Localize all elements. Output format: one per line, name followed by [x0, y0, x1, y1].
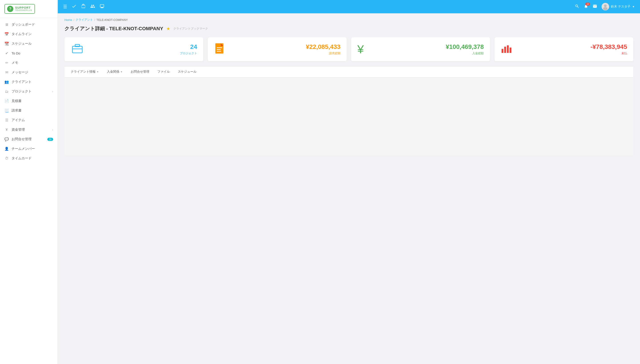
- inquiry-icon: 💬: [4, 137, 9, 141]
- stat-card-right: ¥22,085,433 請求総額: [306, 43, 340, 55]
- stat-card-invoice[interactable]: ¥22,085,433 請求総額: [208, 37, 347, 61]
- briefcase-stat-icon: [71, 45, 84, 56]
- breadcrumb: Home / クライアント / TELE-KNOT-COMPANY: [64, 18, 633, 22]
- sidebar-item-label: ダッシュボード: [12, 22, 35, 27]
- sidebar-item-memo[interactable]: ✏ メモ: [0, 58, 58, 68]
- svg-rect-3: [72, 46, 82, 53]
- tab-client-info-label: クライアント情報: [71, 70, 96, 74]
- tab-file-label: ファイル: [157, 70, 170, 74]
- stat-card-left: [214, 43, 225, 56]
- logo-support: SUPPORT: [15, 6, 32, 9]
- svg-rect-14: [507, 45, 509, 53]
- bookmark-star-icon[interactable]: ★: [166, 26, 170, 31]
- svg-rect-15: [510, 48, 511, 53]
- tab-content: [64, 78, 633, 155]
- stat-card-payment[interactable]: ¥ ¥100,469,378 入金総額: [351, 37, 490, 61]
- sidebar-item-team[interactable]: 👤 チームメンバー: [0, 144, 58, 154]
- stat-payment-value: ¥100,469,378: [446, 43, 484, 50]
- sidebar: ? SUPPORT TELEONEPLUS 🖥 ダッシュボード 📅 タイムライン…: [0, 0, 58, 364]
- sidebar-item-label: アイテム: [12, 118, 25, 122]
- sidebar-item-client[interactable]: 👥 クライアント: [0, 77, 58, 87]
- sidebar-item-label: 請求書: [12, 108, 22, 113]
- svg-point-1: [604, 4, 607, 7]
- sidebar-item-dashboard[interactable]: 🖥 ダッシュボード: [0, 20, 58, 29]
- sidebar-item-label: 見積書: [12, 99, 22, 103]
- todo-icon: ✔: [4, 51, 9, 55]
- sidebar-item-items[interactable]: ☰ アイテム: [0, 115, 58, 125]
- main-content: ☰ 44: [58, 0, 640, 364]
- svg-rect-9: [217, 47, 222, 48]
- sidebar-item-label: お問合せ管理: [12, 137, 32, 141]
- sidebar-item-finance[interactable]: ¥ 資金管理 ›: [0, 125, 58, 134]
- schedule-icon: 📆: [4, 42, 9, 46]
- tab-inquiry[interactable]: お問合せ管理: [127, 67, 153, 77]
- tab-payment[interactable]: 入金関係 ▼: [103, 67, 127, 77]
- memo-icon: ✏: [4, 61, 9, 65]
- sidebar-item-label: スケジュール: [12, 42, 32, 46]
- tab-client-info[interactable]: クライアント情報 ▼: [67, 67, 103, 77]
- user-area[interactable]: 鈴木 テスタ子 ▼: [602, 3, 635, 10]
- stat-card-right: -¥78,383,945 未払: [590, 43, 627, 55]
- tab-payment-label: 入金関係: [107, 70, 119, 74]
- tab-schedule[interactable]: スケジュール: [174, 67, 200, 77]
- avatar: [602, 3, 609, 10]
- sidebar-item-message[interactable]: ✉ メッセージ: [0, 68, 58, 77]
- logo-text: SUPPORT TELEONEPLUS: [15, 6, 32, 12]
- sidebar-item-label: クライアント: [12, 80, 32, 84]
- sidebar-nav: 🖥 ダッシュボード 📅 タイムライン 📆 スケジュール ✔ To Do ✏ メモ…: [0, 18, 58, 364]
- stat-unpaid-label: 未払: [590, 51, 627, 55]
- bookmark-label: クライアントブックマーク: [173, 27, 208, 31]
- svg-point-2: [603, 7, 608, 10]
- sidebar-item-label: To Do: [12, 51, 20, 55]
- timeline-icon: 📅: [4, 32, 9, 36]
- yen-stat-icon: ¥: [357, 43, 364, 56]
- stat-card-right: ¥100,469,378 入金総額: [446, 43, 484, 55]
- breadcrumb-client[interactable]: クライアント: [76, 18, 93, 22]
- notification-icon[interactable]: 44: [584, 4, 588, 10]
- sidebar-item-label: タイムライン: [12, 32, 32, 36]
- stats-row: 24 プロジェクト: [64, 37, 633, 61]
- menu-icon[interactable]: ☰: [63, 4, 67, 9]
- page-title-row: クライアント詳細 - TELE-KNOT-COMPANY ★ クライアントブック…: [64, 25, 633, 32]
- breadcrumb-sep2: /: [94, 18, 95, 22]
- breadcrumb-company: TELE-KNOT-COMPANY: [96, 18, 128, 22]
- stat-card-projects[interactable]: 24 プロジェクト: [64, 37, 203, 61]
- briefcase-icon[interactable]: [81, 4, 86, 10]
- sidebar-item-timecard[interactable]: ⏱ タイムカード: [0, 154, 58, 163]
- stat-projects-value: 24: [180, 43, 197, 50]
- notification-badge: 44: [585, 3, 590, 6]
- tabs-bar: クライアント情報 ▼ 入金関係 ▼ お問合せ管理 ファイル スケジュール: [64, 67, 633, 78]
- svg-rect-12: [502, 49, 503, 53]
- sidebar-item-project[interactable]: 🗂 プロジェクト ›: [0, 87, 58, 96]
- logo-box[interactable]: ? SUPPORT TELEONEPLUS: [4, 4, 35, 14]
- logo-tele: TELEONEPLUS: [15, 9, 32, 12]
- breadcrumb-sep1: /: [74, 18, 74, 22]
- breadcrumb-home[interactable]: Home: [64, 18, 72, 22]
- stat-payment-label: 入金総額: [446, 51, 484, 55]
- sidebar-item-schedule[interactable]: 📆 スケジュール: [0, 39, 58, 48]
- mail-icon[interactable]: [593, 4, 597, 10]
- sidebar-item-estimate[interactable]: 📄 見積書: [0, 96, 58, 106]
- stat-card-left: ¥: [357, 43, 364, 56]
- sidebar-item-inquiry[interactable]: 💬 お問合せ管理 26: [0, 134, 58, 144]
- users-icon[interactable]: [90, 4, 95, 10]
- logo-icon: ?: [7, 6, 13, 12]
- finance-icon: ¥: [4, 128, 9, 132]
- message-icon: ✉: [4, 70, 9, 74]
- search-icon[interactable]: [575, 4, 579, 10]
- tab-arrow: ▼: [120, 70, 123, 73]
- topnav-right: 44 鈴木 テスタ子 ▼: [575, 3, 635, 10]
- invoice-icon: 📃: [4, 108, 9, 113]
- svg-rect-4: [75, 44, 80, 47]
- stat-card-unpaid[interactable]: -¥78,383,945 未払: [494, 37, 633, 61]
- task-icon[interactable]: [72, 4, 76, 10]
- monitor-icon[interactable]: [100, 4, 104, 10]
- tab-file[interactable]: ファイル: [153, 67, 174, 77]
- sidebar-item-timeline[interactable]: 📅 タイムライン: [0, 29, 58, 39]
- sidebar-item-label: タイムカード: [12, 156, 32, 160]
- sidebar-item-todo[interactable]: ✔ To Do: [0, 48, 58, 58]
- sidebar-item-invoice[interactable]: 📃 請求書: [0, 106, 58, 115]
- dashboard-icon: 🖥: [4, 23, 9, 27]
- sidebar-logo: ? SUPPORT TELEONEPLUS: [0, 0, 58, 18]
- timecard-icon: ⏱: [4, 156, 9, 160]
